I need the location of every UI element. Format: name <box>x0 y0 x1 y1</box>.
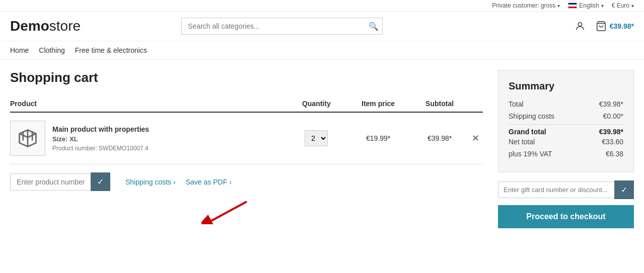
product-number: Product number: SWDEMO10007.4 <box>52 145 149 152</box>
product-cell: Main product with properties Size: XL Pr… <box>10 121 288 156</box>
chevron-down-icon: ▾ <box>557 3 560 9</box>
summary-title: Summary <box>509 80 623 92</box>
gift-card-row: ✓ <box>498 180 634 199</box>
summary-shipping-row: Shipping costs €0.00* <box>509 112 623 120</box>
cart-amount: €39.98* <box>610 22 634 30</box>
header: Demostore 🔍 €39.98* <box>0 12 644 41</box>
item-price: €19.99* <box>345 112 411 164</box>
add-product-number-button[interactable]: ✓ <box>91 172 110 191</box>
checkout-button[interactable]: Proceed to checkout <box>498 205 634 228</box>
account-icon-button[interactable] <box>575 21 586 32</box>
summary-vat-row: plus 19% VAT €6.38 <box>509 150 623 158</box>
product-name: Main product with properties <box>52 125 149 133</box>
quantity-selector: 1 2 3 4 5 <box>288 130 345 146</box>
chevron-right-icon: › <box>229 178 232 186</box>
chevron-right-icon: › <box>173 178 176 186</box>
customer-type[interactable]: Private customer: gross ▾ <box>492 2 560 9</box>
summary-grand-total-row: Grand total €39.98* <box>509 128 623 136</box>
search-button[interactable]: 🔍 <box>369 22 379 31</box>
user-icon <box>575 21 586 32</box>
page-title: Shopping cart <box>10 70 483 85</box>
subtotal-price: €39.98* <box>411 112 468 164</box>
col-subtotal: Subtotal <box>411 96 468 112</box>
table-row: Main product with properties Size: XL Pr… <box>10 112 483 164</box>
cart-table: Product Quantity Item price Subtotal <box>10 96 483 164</box>
summary-total-row: Total €39.98* <box>509 100 623 108</box>
remove-item-button[interactable]: ✕ <box>472 134 479 143</box>
cart-bottom: ✓ Shipping costs › Save as PDF › <box>10 164 483 199</box>
gift-card-input[interactable] <box>498 181 614 198</box>
nav-home[interactable]: Home <box>10 46 29 54</box>
product-image-icon <box>17 127 39 149</box>
save-as-pdf-link[interactable]: Save as PDF › <box>186 178 232 186</box>
product-thumbnail <box>10 121 45 156</box>
cart-icon <box>596 21 607 32</box>
chevron-down-icon: ▾ <box>631 3 634 9</box>
col-product: Product <box>10 96 288 112</box>
cart-links: Shipping costs › Save as PDF › <box>125 178 232 186</box>
logo[interactable]: Demostore <box>10 18 81 34</box>
svg-line-3 <box>211 202 247 221</box>
nav-clothing[interactable]: Clothing <box>39 46 64 54</box>
top-bar: Private customer: gross ▾ English ▾ € Eu… <box>0 0 644 12</box>
red-arrow-icon <box>201 197 252 224</box>
summary-section: Summary Total €39.98* Shipping costs €0.… <box>498 70 634 228</box>
col-item-price: Item price <box>345 96 411 112</box>
arrow-annotation <box>10 199 483 224</box>
chevron-down-icon: ▾ <box>601 3 604 9</box>
col-quantity: Quantity <box>288 96 345 112</box>
search-bar: 🔍 <box>181 18 383 35</box>
quantity-stepper[interactable]: 1 2 3 4 5 <box>305 130 328 146</box>
add-product-number: ✓ <box>10 172 110 191</box>
summary-divider <box>509 124 623 125</box>
cart-icon-button[interactable]: €39.98* <box>596 21 634 32</box>
product-number-input[interactable] <box>10 173 91 191</box>
header-icons: €39.98* <box>575 21 634 32</box>
product-size: Size: XL <box>52 135 149 143</box>
apply-gift-card-button[interactable]: ✓ <box>614 180 634 199</box>
search-input[interactable] <box>181 18 383 35</box>
flag-icon <box>568 3 577 9</box>
product-info: Main product with properties Size: XL Pr… <box>52 125 149 152</box>
main-content: Shopping cart Product Quantity Item pric… <box>0 60 644 238</box>
summary-net-total-row: Net total €33.60 <box>509 138 623 146</box>
summary-box: Summary Total €39.98* Shipping costs €0.… <box>498 70 634 172</box>
cart-section: Shopping cart Product Quantity Item pric… <box>10 70 483 228</box>
navigation: Home Clothing Free time & electronics <box>0 41 644 60</box>
language-selector[interactable]: English ▾ <box>568 2 603 9</box>
svg-point-0 <box>578 23 582 26</box>
nav-free-time-electronics[interactable]: Free time & electronics <box>75 46 147 54</box>
shipping-costs-link[interactable]: Shipping costs › <box>125 178 176 186</box>
currency-selector[interactable]: € Euro ▾ <box>612 2 634 9</box>
